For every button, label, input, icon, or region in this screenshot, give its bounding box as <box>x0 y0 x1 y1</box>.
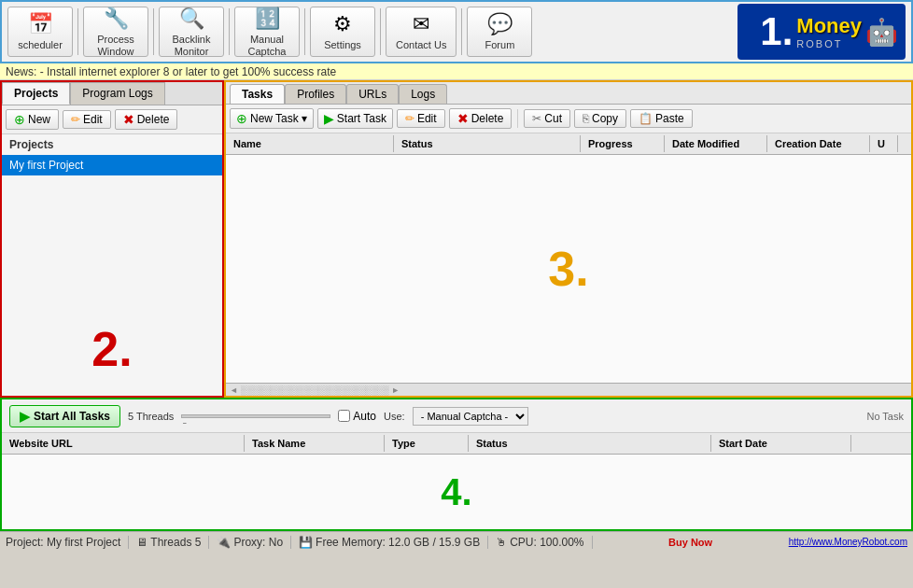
delete-task-icon: ✖ <box>457 111 469 126</box>
label-2: 2. <box>91 321 132 377</box>
news-text: News: - Install internet explorer 8 or l… <box>6 65 336 78</box>
edit-icon: ✏ <box>71 113 80 126</box>
contact-us-button[interactable]: ✉ Contact Us <box>386 7 456 57</box>
scheduler-label: scheduler <box>18 39 63 50</box>
delete-project-button[interactable]: ✖ Delete <box>115 109 178 130</box>
sep6 <box>461 8 462 55</box>
contact-us-icon: ✉ <box>413 12 429 36</box>
left-tab-bar: Projects Program Logs <box>2 82 222 105</box>
bottom-col-type: Type <box>385 435 469 452</box>
new-project-button[interactable]: ⊕ New <box>6 109 59 130</box>
delete-task-button[interactable]: ✖ Delete <box>449 108 513 129</box>
process-window-label: ProcessWindow <box>97 34 134 56</box>
col-u: U <box>870 135 898 152</box>
edit-task-button[interactable]: ✏ Edit <box>397 109 445 128</box>
robot-icon: 🤖 <box>865 17 898 48</box>
use-label: Use: <box>384 411 405 422</box>
forum-button[interactable]: 💬 Forum <box>467 7 532 57</box>
bottom-columns-header: Website URL Task Name Type Status Start … <box>2 433 911 455</box>
toolbar-divider <box>517 109 518 128</box>
right-panel: Tasks Profiles URLs Logs ⊕ New Task ▾ ▶ … <box>224 80 913 398</box>
right-columns-header: Name Status Progress Date Modified Creat… <box>226 133 911 155</box>
process-window-button[interactable]: 🔧 ProcessWindow <box>83 7 148 57</box>
sep5 <box>380 8 381 55</box>
backlink-monitor-button[interactable]: 🔍 BacklinkMonitor <box>159 7 224 57</box>
start-task-button[interactable]: ▶ Start Task <box>317 108 393 129</box>
left-toolbar: ⊕ New ✏ Edit ✖ Delete <box>2 105 222 134</box>
col-name: Name <box>226 135 394 152</box>
edit-project-button[interactable]: ✏ Edit <box>63 110 111 129</box>
cut-button[interactable]: ✂ Cut <box>524 109 570 128</box>
auto-checkbox[interactable] <box>338 410 350 422</box>
new-task-icon: ⊕ <box>236 111 247 126</box>
threads-label: 5 Threads <box>128 411 174 422</box>
status-threads: 🖥 Threads 5 <box>136 536 209 549</box>
cut-icon: ✂ <box>532 112 541 125</box>
captcha-select[interactable]: - Manual Captcha - <box>413 407 528 426</box>
projects-list: My first Project <box>2 155 222 175</box>
main-content: Projects Program Logs ⊕ New ✏ Edit ✖ Del… <box>0 80 913 398</box>
tab-projects[interactable]: Projects <box>2 82 70 105</box>
process-window-icon: 🔧 <box>104 7 129 31</box>
right-toolbar: ⊕ New Task ▾ ▶ Start Task ✏ Edit ✖ Delet… <box>226 105 911 133</box>
website-link[interactable]: http://www.MoneyRobot.com <box>789 537 907 547</box>
logo-number: 1. <box>760 9 793 54</box>
logo-money-text: Money <box>796 14 862 38</box>
bottom-col-status: Status <box>469 435 711 452</box>
contact-us-label: Contact Us <box>396 39 446 50</box>
col-date-modified: Date Modified <box>665 135 767 152</box>
start-all-tasks-button[interactable]: ▶ Start All Tasks <box>9 405 120 427</box>
project-item[interactable]: My first Project <box>2 155 222 175</box>
manual-captcha-icon: 🔢 <box>255 7 280 31</box>
projects-list-header: Projects <box>2 134 222 155</box>
slider-track[interactable]: ············· <box>181 414 330 418</box>
threads-slider: ············· <box>181 414 330 418</box>
buy-now-link[interactable]: Buy Now <box>668 537 712 548</box>
edit-task-icon: ✏ <box>405 112 414 125</box>
backlink-monitor-label: BacklinkMonitor <box>173 34 211 56</box>
sep4 <box>304 8 305 55</box>
new-icon: ⊕ <box>14 112 25 127</box>
proxy-status-icon: 🔌 <box>217 536 231 549</box>
tab-program-logs[interactable]: Program Logs <box>70 82 164 105</box>
left-panel: Projects Program Logs ⊕ New ✏ Edit ✖ Del… <box>0 80 224 398</box>
manual-captcha-button[interactable]: 🔢 ManualCaptcha <box>234 7 300 57</box>
copy-icon: ⎘ <box>583 112 589 125</box>
right-scrollbar[interactable]: ◄ ░░░░░░░░░░░░░░░░░░░░░░░░░ ► <box>226 383 911 396</box>
paste-button[interactable]: 📋 Paste <box>630 109 693 128</box>
tab-logs[interactable]: Logs <box>399 84 447 104</box>
logo-area: 1. Money ROBOT 🤖 <box>737 4 906 60</box>
settings-label: Settings <box>324 39 361 50</box>
paste-icon: 📋 <box>639 112 653 125</box>
col-creation-date: Creation Date <box>767 135 870 152</box>
logo-robot-text: ROBOT <box>796 38 862 49</box>
sep2 <box>153 8 154 55</box>
sep1 <box>77 8 78 55</box>
right-content[interactable]: 3. <box>226 155 911 383</box>
label-3: 3. <box>548 241 588 297</box>
bottom-content[interactable]: 4. <box>2 455 911 529</box>
status-bar: Project: My first Project 🖥 Threads 5 🔌 … <box>0 531 913 552</box>
cpu-status-icon: 🖱 <box>496 536 507 549</box>
scheduler-icon: 📅 <box>28 12 53 36</box>
logo-text: Money ROBOT <box>796 14 862 49</box>
backlink-monitor-icon: 🔍 <box>179 7 204 31</box>
new-task-button[interactable]: ⊕ New Task ▾ <box>230 108 314 129</box>
copy-button[interactable]: ⎘ Copy <box>574 109 626 128</box>
sep3 <box>229 8 230 55</box>
settings-icon: ⚙ <box>333 12 352 36</box>
start-all-icon: ▶ <box>20 409 30 424</box>
tab-urls[interactable]: URLs <box>346 84 399 104</box>
scheduler-button[interactable]: 📅 scheduler <box>7 7 73 57</box>
tab-tasks[interactable]: Tasks <box>230 84 285 104</box>
status-memory: 💾 Free Memory: 12.0 GB / 15.9 GB <box>299 536 488 549</box>
col-status: Status <box>394 135 581 152</box>
start-task-icon: ▶ <box>324 111 334 126</box>
settings-button[interactable]: ⚙ Settings <box>310 7 375 57</box>
tab-profiles[interactable]: Profiles <box>285 84 346 104</box>
bottom-col-start-date: Start Date <box>711 435 851 452</box>
auto-checkbox-container: Auto <box>338 410 376 423</box>
label-4: 4. <box>441 471 471 513</box>
no-task-label: No Task <box>866 411 904 422</box>
status-project: Project: My first Project <box>6 536 129 549</box>
